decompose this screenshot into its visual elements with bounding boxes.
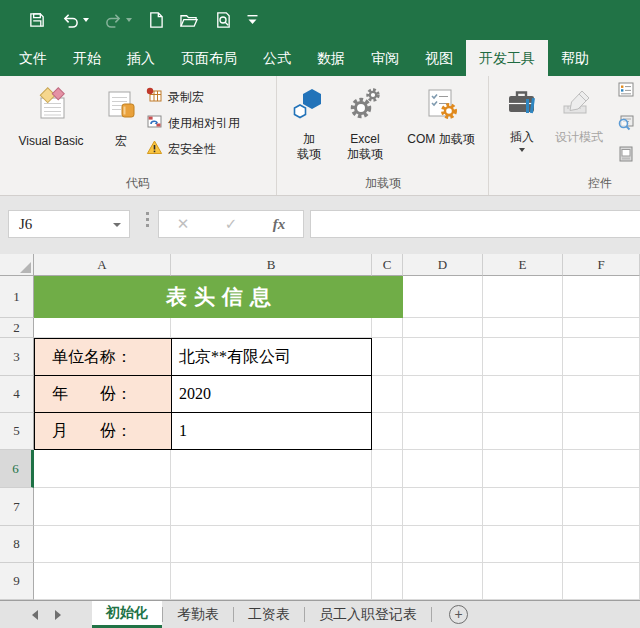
cell-C6[interactable] — [372, 450, 403, 488]
select-all-corner[interactable] — [0, 254, 34, 276]
row-header-5[interactable]: 5 — [0, 413, 34, 450]
tab-insert[interactable]: 插入 — [114, 40, 168, 76]
cell-A4-label[interactable]: 年 份： — [35, 376, 172, 413]
new-sheet-button[interactable]: + — [449, 605, 468, 624]
tab-help[interactable]: 帮助 — [548, 40, 602, 76]
cell-B9[interactable] — [171, 563, 372, 600]
cell-D1[interactable] — [403, 276, 483, 318]
sheet-tab-onboarding[interactable]: 员工入职登记表 — [305, 601, 431, 628]
undo-button[interactable] — [57, 10, 93, 31]
tab-developer[interactable]: 开发工具 — [466, 40, 548, 76]
macro-security-button[interactable]: 宏安全性 — [146, 136, 240, 162]
column-header-A[interactable]: A — [34, 254, 171, 276]
addins-button[interactable]: 加载项 — [286, 80, 332, 170]
row-header-2[interactable]: 2 — [0, 318, 34, 338]
cell-E4[interactable] — [483, 376, 563, 413]
column-header-E[interactable]: E — [483, 254, 563, 276]
macros-button[interactable]: 宏 — [100, 80, 142, 170]
cell-E8[interactable] — [483, 526, 563, 563]
cell-F6[interactable] — [563, 450, 640, 488]
insert-control-button[interactable]: 插入 — [500, 80, 544, 170]
cell-E1[interactable] — [483, 276, 563, 318]
run-dialog-button[interactable] — [617, 145, 639, 166]
cell-D3[interactable] — [403, 338, 483, 376]
tab-home[interactable]: 开始 — [60, 40, 114, 76]
cell-E6[interactable] — [483, 450, 563, 488]
cell-E9[interactable] — [483, 563, 563, 600]
name-box-dropdown-caret[interactable] — [113, 223, 121, 227]
cell-B3-value[interactable]: 北京**有限公司 — [172, 339, 371, 376]
cell-D5[interactable] — [403, 413, 483, 450]
cell-E7[interactable] — [483, 488, 563, 526]
cell-E2[interactable] — [483, 318, 563, 338]
row-header-4[interactable]: 4 — [0, 376, 34, 413]
cell-C5[interactable] — [372, 413, 403, 450]
tab-data[interactable]: 数据 — [304, 40, 358, 76]
cell-F7[interactable] — [563, 488, 640, 526]
formula-input[interactable] — [310, 210, 640, 238]
cell-B2[interactable] — [171, 318, 372, 338]
sheet-tab-init[interactable]: 初始化 — [92, 601, 162, 628]
visual-basic-button[interactable]: Visual Basic — [4, 80, 98, 170]
insert-dropdown-caret[interactable] — [519, 148, 525, 152]
cell-D4[interactable] — [403, 376, 483, 413]
row-header-7[interactable]: 7 — [0, 488, 34, 526]
tab-file[interactable]: 文件 — [6, 40, 60, 76]
cell-D9[interactable] — [403, 563, 483, 600]
column-header-D[interactable]: D — [403, 254, 483, 276]
cell-C7[interactable] — [372, 488, 403, 526]
cell-E3[interactable] — [483, 338, 563, 376]
undo-dropdown-caret[interactable] — [83, 18, 89, 22]
tab-formulas[interactable]: 公式 — [250, 40, 304, 76]
cell-F2[interactable] — [563, 318, 640, 338]
cell-A2[interactable] — [34, 318, 171, 338]
view-code-button[interactable] — [617, 113, 639, 134]
insert-function-button[interactable]: fx — [273, 216, 286, 233]
excel-addins-button[interactable]: Excel加载项 — [336, 80, 394, 170]
column-header-F[interactable]: F — [563, 254, 640, 276]
row-header-3[interactable]: 3 — [0, 338, 34, 376]
tab-page-layout[interactable]: 页面布局 — [168, 40, 250, 76]
cell-D2[interactable] — [403, 318, 483, 338]
cell-C2[interactable] — [372, 318, 403, 338]
cell-F8[interactable] — [563, 526, 640, 563]
customize-qat-button[interactable] — [243, 12, 262, 28]
cell-F1[interactable] — [563, 276, 640, 318]
cell-A5-label[interactable]: 月 份： — [35, 413, 172, 449]
print-preview-button[interactable] — [210, 9, 236, 31]
cell-A6[interactable] — [34, 450, 171, 488]
cell-F9[interactable] — [563, 563, 640, 600]
record-macro-button[interactable]: 录制宏 — [146, 84, 240, 110]
next-sheet-icon[interactable] — [55, 610, 61, 620]
cell-A7[interactable] — [34, 488, 171, 526]
cell-C8[interactable] — [372, 526, 403, 563]
tab-view[interactable]: 视图 — [412, 40, 466, 76]
sheet-tab-attendance[interactable]: 考勤表 — [163, 601, 233, 628]
use-relative-references-button[interactable]: 使用相对引用 — [146, 110, 240, 136]
cell-A3-label[interactable]: 单位名称： — [35, 339, 172, 376]
cell-A9[interactable] — [34, 563, 171, 600]
cell-A8[interactable] — [34, 526, 171, 563]
cell-B7[interactable] — [171, 488, 372, 526]
save-button[interactable] — [24, 9, 50, 31]
cell-F5[interactable] — [563, 413, 640, 450]
sheet-tab-salary[interactable]: 工资表 — [234, 601, 304, 628]
cell-B8[interactable] — [171, 526, 372, 563]
open-button[interactable] — [175, 10, 203, 31]
cell-F3[interactable] — [563, 338, 640, 376]
merged-title-cell-a1[interactable]: 表头信息 — [34, 276, 403, 318]
cell-B5-value[interactable]: 1 — [172, 413, 371, 449]
column-header-C[interactable]: C — [372, 254, 403, 276]
cell-C9[interactable] — [372, 563, 403, 600]
com-addins-button[interactable]: COM 加载项 — [396, 80, 486, 170]
row-header-1[interactable]: 1 — [0, 276, 34, 318]
cell-D8[interactable] — [403, 526, 483, 563]
cell-C4[interactable] — [372, 376, 403, 413]
cell-D6[interactable] — [403, 450, 483, 488]
previous-sheet-icon[interactable] — [32, 610, 38, 620]
cell-B6[interactable] — [171, 450, 372, 488]
cell-D7[interactable] — [403, 488, 483, 526]
cell-B4-value[interactable]: 2020 — [172, 376, 371, 413]
properties-button[interactable] — [617, 81, 639, 102]
row-header-9[interactable]: 9 — [0, 563, 34, 600]
